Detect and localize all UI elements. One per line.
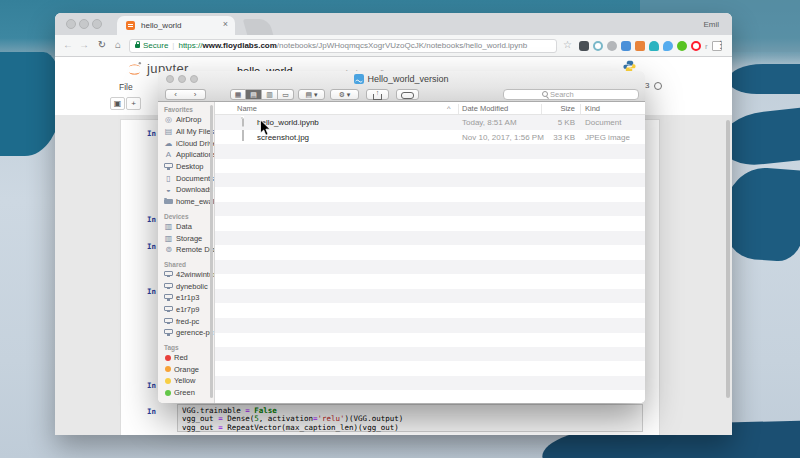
folder-icon (164, 199, 173, 204)
forward-button[interactable]: › (185, 89, 206, 100)
yellow-tag-icon (165, 378, 171, 384)
sidebar-scrollbar[interactable] (210, 105, 213, 398)
share-button[interactable] (366, 89, 389, 100)
reload-icon[interactable]: ↻ (95, 39, 109, 50)
downloads-icon: ◒ (164, 185, 173, 194)
sidebar-item-dynebolic[interactable]: dynebolic (164, 280, 214, 292)
document-icon: ▯ (164, 174, 173, 183)
action-dropdown[interactable]: ⚙ ▾ (330, 89, 359, 100)
green-flower-extension-icon[interactable] (677, 41, 687, 51)
column-divider (541, 104, 542, 114)
computer-icon (164, 283, 173, 288)
kernel-name-fragment: 3 (645, 81, 649, 90)
sidebar-section-favorites: Favorites (164, 104, 214, 114)
search-field[interactable] (503, 89, 639, 101)
sidebar-item-data[interactable]: ▥Data (164, 221, 214, 233)
sidebar-item-home-ewall[interactable]: home_ewall… (164, 196, 214, 208)
kernel-status-icon (654, 82, 662, 90)
sidebar-item-tag-yellow[interactable]: Yellow (164, 375, 214, 387)
opera-extension-icon[interactable] (691, 41, 701, 51)
back-icon[interactable]: ← (61, 39, 75, 50)
sidebar-item-downloads[interactable]: ◒Downloads (164, 184, 214, 196)
profile-name[interactable]: Emil (703, 20, 719, 29)
sidebar-item-airdrop[interactable]: ◎AirDrop (164, 114, 214, 126)
forward-icon[interactable]: → (77, 39, 91, 50)
cloud-icon: ☁ (164, 139, 173, 148)
sort-ascending-icon[interactable]: ^ (447, 104, 451, 113)
file-row-hello-world-ipynb[interactable]: hello_world.ipynb Today, 8:51 AM 5 KB Do… (215, 115, 645, 130)
sidebar-item-applications[interactable]: AApplications (164, 149, 214, 161)
arrange-dropdown[interactable]: ▤ ▾ (298, 89, 325, 100)
window-minimize-button[interactable] (79, 19, 89, 29)
url-scheme: https:// (178, 41, 202, 50)
chart-extension-icon[interactable] (635, 41, 645, 51)
coverflow-view-button[interactable]: ▭ (278, 89, 294, 100)
clock-extension-icon[interactable] (593, 41, 603, 51)
column-header-kind[interactable]: Kind (585, 104, 600, 113)
window-close-button[interactable] (66, 19, 76, 29)
translate-extension-icon[interactable] (621, 41, 631, 51)
file-date-modified: Nov 10, 2017, 1:56 PM (462, 133, 544, 142)
sidebar-item-gerence-pc[interactable]: gerence-pc (164, 327, 214, 339)
sidebar-item-remote-disc[interactable]: ⊚Remote Disc (164, 244, 214, 256)
file-date-modified: Today, 8:51 AM (462, 118, 517, 127)
tab-close-icon[interactable]: × (223, 19, 228, 29)
gray-circle-extension-icon[interactable] (607, 41, 617, 51)
file-kind: Document (585, 118, 621, 127)
column-header-name[interactable]: Name (237, 104, 257, 113)
add-cell-button[interactable]: + (126, 97, 141, 110)
save-notebook-button[interactable]: ▣ (110, 97, 125, 110)
address-bar[interactable]: Secure | https://www.floydlabs.com/noteb… (129, 39, 557, 53)
sidebar-item-tag-orange[interactable]: Orange (164, 363, 214, 375)
sidebar-item-all-my-files[interactable]: ▤All My Files (164, 126, 214, 138)
home-icon[interactable]: ⌂ (111, 39, 125, 50)
sidebar-item-tag-red[interactable]: Red (164, 352, 214, 364)
column-divider (458, 104, 459, 114)
sidebar-item-documents[interactable]: ▯Documents (164, 172, 214, 184)
list-column-headers: Name ^ Date Modified Size Kind (215, 102, 645, 115)
column-header-date-modified[interactable]: Date Modified (462, 104, 508, 113)
wifi-extension-icon[interactable] (649, 41, 659, 51)
sidebar-item-storage[interactable]: ▥Storage (164, 232, 214, 244)
file-size: 33 KB (537, 133, 575, 142)
back-button[interactable]: ‹ (165, 89, 186, 100)
window-zoom-button[interactable] (92, 19, 102, 29)
bookmark-star-icon[interactable]: ☆ (563, 39, 572, 50)
cell-prompt: In (147, 287, 156, 296)
icon-view-button[interactable]: ▦ (230, 89, 246, 100)
sidebar-item-icloud-drive[interactable]: ☁iCloud Drive (164, 137, 214, 149)
new-tab-button[interactable] (243, 19, 274, 35)
sidebar-item-42winwintux[interactable]: 42winwintux (164, 269, 214, 281)
green-tag-icon (165, 390, 171, 396)
file-row-screenshot-jpg[interactable]: screenshot.jpg Nov 10, 2017, 1:56 PM 33 … (215, 130, 645, 145)
tags-button[interactable] (396, 89, 419, 100)
column-view-button[interactable]: ▥ (262, 89, 278, 100)
menu-file[interactable]: File (119, 82, 133, 92)
code-line: vgg_out = RepeatVector(max_caption_len)(… (182, 424, 638, 432)
sidebar-item-tag-green[interactable]: Green (164, 387, 214, 399)
shield-extension-icon[interactable] (579, 41, 589, 51)
code-cell-input[interactable]: VGG.trainable = Falsevgg_out = Dense(5, … (177, 404, 643, 432)
computer-icon (164, 271, 173, 276)
sidebar-item-fred-pc[interactable]: fred-pc (164, 315, 214, 327)
cell-prompt: In (147, 129, 156, 138)
list-view-button[interactable]: ▤ (246, 89, 262, 100)
page-scrollbar[interactable] (726, 120, 730, 398)
browser-tab[interactable]: hello_world × (117, 16, 235, 35)
finder-body: Favorites ◎AirDrop ▤All My Files ☁iCloud… (158, 102, 645, 403)
sidebar-item-e1r1p3[interactable]: e1r1p3 (164, 292, 214, 304)
cell-prompt: In (147, 381, 156, 390)
column-divider (580, 104, 581, 114)
column-header-size[interactable]: Size (545, 104, 575, 113)
r-extension-badge[interactable]: r (705, 42, 708, 51)
sidebar-item-e1r7p9[interactable]: e1r7p9 (164, 304, 214, 316)
sidebar-section-devices: Devices (164, 211, 214, 221)
computer-icon (164, 306, 173, 311)
search-input[interactable] (550, 90, 600, 99)
airdrop-icon: ◎ (164, 115, 173, 124)
jupyter-favicon-icon (126, 21, 135, 30)
tab-title: hello_world (141, 21, 181, 30)
bird-extension-icon[interactable] (663, 41, 673, 51)
browser-menu-icon[interactable]: ⋮ (716, 39, 726, 50)
sidebar-item-desktop[interactable]: Desktop (164, 161, 214, 173)
